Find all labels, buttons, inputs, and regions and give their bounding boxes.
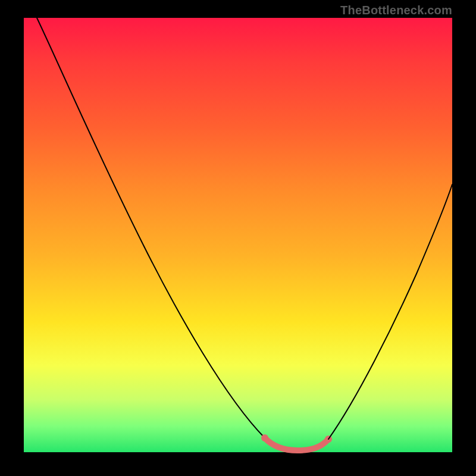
left-branch-line xyxy=(37,18,265,438)
chart-frame: TheBottleneck.com xyxy=(0,0,476,476)
chart-svg xyxy=(24,18,452,452)
watermark-text: TheBottleneck.com xyxy=(340,4,452,17)
valley-start-dot xyxy=(261,434,268,441)
valley-floor-highlight xyxy=(265,438,328,450)
right-branch-line xyxy=(328,184,452,439)
